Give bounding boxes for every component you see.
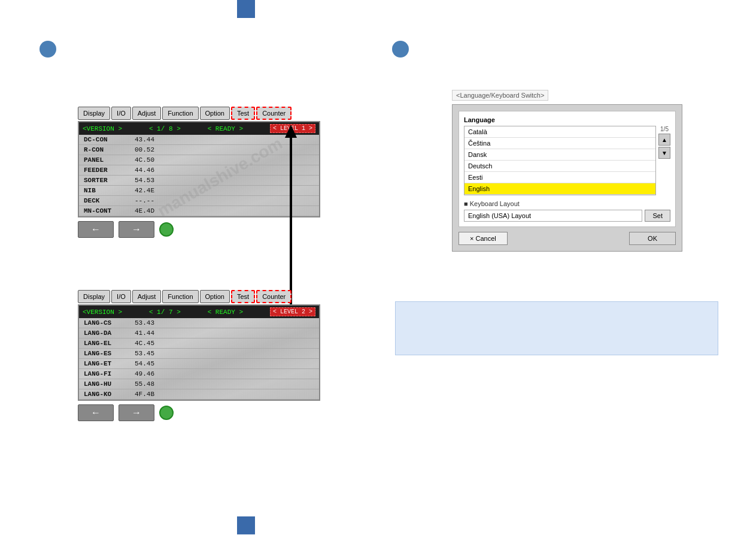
table-row: LANG-DA 41.44 [79,328,319,338]
btn-display-1[interactable]: Display [78,107,110,120]
lang-item-english[interactable]: English [464,183,655,195]
table-row: SORTER 54.53 [79,176,319,186]
btn-option-1[interactable]: Option [200,107,230,120]
btn-test-1[interactable]: Test [231,107,255,120]
table-row: DECK --.-- [79,196,319,206]
lang-switch-label: <Language/Keyboard Switch> [452,90,548,101]
back-button-1[interactable]: ← [78,221,114,238]
btn-io-2[interactable]: I/O [111,290,131,303]
status-label-1: < READY > [208,125,243,132]
cancel-button[interactable]: × Cancel [459,232,508,245]
page-label-2: < 1/ 7 > [149,309,181,316]
forward-button-2[interactable]: → [119,404,154,421]
display-panel-2: <VERSION > < 1/ 7 > < READY > < LEVEL 2 … [78,304,320,401]
language-dialog-outer: Language Català Čeština Dansk Deutsch Ee… [452,104,682,252]
language-section-label: Language [464,116,670,123]
table-row: NIB 42.4E [79,186,319,196]
table-row: LANG-ET 54.45 [79,359,319,369]
btn-function-2[interactable]: Function [162,290,198,303]
level-label-2: < LEVEL 2 > [270,307,315,316]
btn-counter-2[interactable]: Counter [256,290,292,303]
scroll-down-btn[interactable]: ▼ [658,147,670,159]
table-row: LANG-KO 4F.4B [79,389,319,400]
btn-adjust-2[interactable]: Adjust [132,290,162,303]
toolbar-1: Display I/O Adjust Function Option Test … [78,107,323,120]
status-indicator-2 [159,406,174,420]
forward-arrow-icon-1: → [132,224,141,235]
language-dialog-inner: Language Català Čeština Dansk Deutsch Ee… [459,111,676,227]
language-list-container: Català Čeština Dansk Deutsch Eesti Engli… [464,126,670,195]
version-label-2: <VERSION > [83,309,122,316]
status-indicator-1 [159,222,174,237]
lang-item-cestina[interactable]: Čeština [464,138,655,149]
ok-button[interactable]: OK [629,232,676,245]
status-label-2: < READY > [208,309,243,316]
page-indicator-bottom [237,516,255,534]
page-indicator: 1/5 [660,126,669,132]
keyboard-layout-label: ■ Keyboard Layout [464,200,670,207]
scroll-panel: 1/5 ▲ ▼ [658,126,670,159]
btn-test-2[interactable]: Test [231,290,255,303]
toolbar-2: Display I/O Adjust Function Option Test … [78,290,323,303]
table-row: DC-CON 43.44 [79,135,319,145]
panel-header-2: <VERSION > < 1/ 7 > < READY > < LEVEL 2 … [79,306,319,318]
lang-item-catala[interactable]: Català [464,126,655,138]
table-row: LANG-ES 53.45 [79,349,319,359]
table-row: PANEL 4C.50 [79,155,319,165]
nav-buttons-2: ← → [78,404,323,421]
btn-display-2[interactable]: Display [78,290,110,303]
btn-io-1[interactable]: I/O [111,107,131,120]
keyboard-layout-input[interactable] [464,210,642,222]
forward-button-1[interactable]: → [119,221,154,238]
lang-item-eesti[interactable]: Eesti [464,172,655,183]
back-arrow-icon-1: ← [91,224,101,235]
language-dialog-section: <Language/Keyboard Switch> Language Cata… [395,90,688,252]
back-button-2[interactable]: ← [78,404,114,421]
section-circle-2 [392,41,409,58]
panel-header-1: <VERSION > < 1/ 8 > < READY > < LEVEL 1 … [79,122,319,135]
page-label-1: < 1/ 8 > [149,125,181,132]
table-row: LANG-FI 49.46 [79,369,319,379]
table-row: MN-CONT 4E.4D [79,206,319,216]
display-panel-1: <VERSION > < 1/ 8 > < READY > < LEVEL 1 … [78,121,320,217]
table-row: LANG-EL 4C.45 [79,338,319,349]
table-row: R-CON 00.52 [79,145,319,155]
keyboard-layout-section: ■ Keyboard Layout Set [464,200,670,222]
table-row: LANG-CS 53.43 [79,318,319,328]
forward-arrow-icon-2: → [132,407,141,418]
version-label-1: <VERSION > [83,125,122,132]
btn-function-1[interactable]: Function [162,107,198,120]
panel-2: Display I/O Adjust Function Option Test … [78,290,323,421]
lang-switch-header: <Language/Keyboard Switch> [452,90,688,101]
lang-item-deutsch[interactable]: Deutsch [464,161,655,172]
set-button[interactable]: Set [645,210,670,222]
back-arrow-icon-2: ← [91,407,101,418]
btn-option-2[interactable]: Option [200,290,230,303]
info-box [395,301,718,355]
lang-item-dansk[interactable]: Dansk [464,149,655,161]
scroll-up-btn[interactable]: ▲ [658,134,670,146]
table-row: LANG-HU 55.48 [79,379,319,389]
keyboard-layout-row: Set [464,210,670,222]
section-circle-1 [40,41,56,58]
arrow-head-up [285,125,297,138]
language-list: Català Čeština Dansk Deutsch Eesti Engli… [464,126,656,195]
btn-adjust-1[interactable]: Adjust [132,107,162,120]
dialog-buttons: × Cancel OK [459,232,676,245]
page-indicator-top [237,0,255,18]
table-row: FEEDER 44.46 [79,165,319,176]
btn-counter-1[interactable]: Counter [256,107,292,120]
